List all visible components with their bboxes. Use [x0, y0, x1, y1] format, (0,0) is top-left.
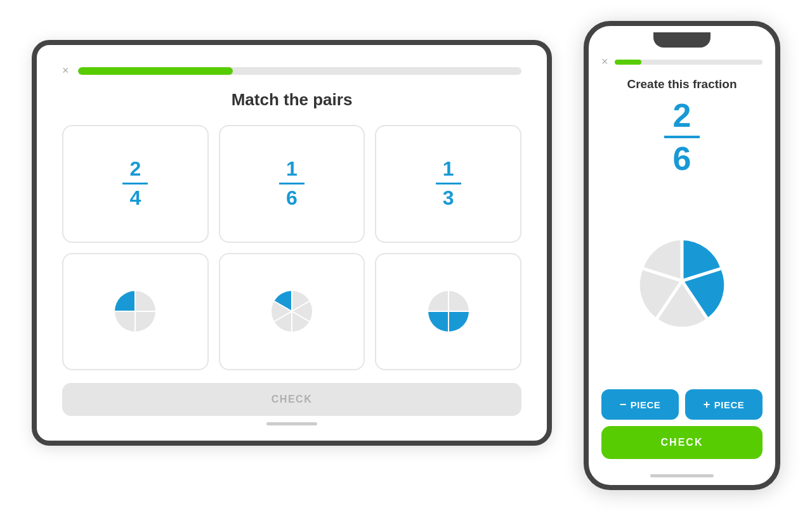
fraction-numerator: 2: [129, 158, 141, 180]
pie-chart-half: [423, 286, 474, 337]
tablet-close-button[interactable]: ×: [62, 64, 69, 77]
tablet-cards-grid: 2 4 1 6 1 3: [62, 125, 521, 370]
phone-notch-bar: [589, 26, 775, 48]
fraction-numerator: 1: [286, 158, 298, 180]
tablet-progress-bar-bg: [78, 67, 521, 75]
tablet-device: × Match the pairs 2 4 1 6: [32, 40, 552, 446]
phone-fraction-display: 2 6: [601, 99, 763, 175]
tablet-card-pie-1[interactable]: [62, 253, 209, 371]
pie-chart-sixth: [266, 286, 317, 337]
phone-fraction-line: [664, 136, 700, 138]
phone-title: Create this fraction: [601, 77, 763, 91]
phone-top-bar: ×: [601, 55, 763, 68]
phone-fraction-numerator: 2: [673, 99, 691, 132]
fraction-denominator: 6: [286, 187, 298, 209]
minus-piece-label: PIECE: [631, 399, 661, 410]
phone-fraction-denominator: 6: [673, 142, 691, 175]
phone-check-button[interactable]: CHECK: [601, 426, 763, 459]
tablet-progress-bar-fill: [78, 67, 233, 75]
phone-home-indicator: [650, 474, 714, 477]
fraction-denominator: 4: [129, 187, 141, 209]
phone-progress-bar-bg: [615, 60, 763, 65]
pie-chart-quarter: [110, 286, 160, 337]
phone-pie-chart: [631, 230, 733, 332]
tablet-title: Match the pairs: [62, 90, 521, 110]
fraction-1-3: 1 3: [436, 158, 461, 209]
fraction-1-6: 1 6: [279, 158, 304, 209]
tablet-card-pie-3[interactable]: [375, 253, 521, 371]
tablet-top-bar: ×: [62, 64, 521, 77]
phone-notch: [653, 32, 710, 48]
fraction-2-4: 2 4: [122, 158, 148, 209]
fraction-line: [436, 183, 461, 184]
phone-content: × Create this fraction 2 6: [589, 50, 775, 469]
phone-close-button[interactable]: ×: [601, 55, 608, 68]
tablet-card-fraction-3[interactable]: 1 3: [375, 125, 521, 243]
phone-plus-piece-button[interactable]: + PIECE: [685, 389, 763, 420]
fraction-denominator: 3: [443, 187, 454, 209]
phone-device: × Create this fraction 2 6: [584, 21, 780, 490]
tablet-bottom-bar: [62, 422, 521, 425]
phone-minus-piece-button[interactable]: − PIECE: [601, 389, 679, 420]
tablet-check-button[interactable]: CHECK: [62, 383, 521, 416]
phone-home-bar: [589, 469, 775, 485]
phone-pie-area: [601, 186, 763, 375]
plus-piece-label: PIECE: [714, 399, 745, 410]
fraction-numerator: 1: [443, 158, 454, 180]
tablet-card-pie-2[interactable]: [219, 253, 365, 371]
fraction-line: [279, 183, 304, 184]
minus-icon: −: [620, 398, 627, 411]
fraction-line: [122, 183, 148, 184]
tablet-home-indicator: [266, 422, 317, 425]
plus-icon: +: [704, 398, 710, 411]
tablet-card-fraction-2[interactable]: 1 6: [219, 125, 365, 243]
phone-progress-bar-fill: [615, 60, 641, 65]
phone-piece-buttons-row: − PIECE + PIECE: [601, 389, 763, 420]
tablet-card-fraction-1[interactable]: 2 4: [62, 125, 209, 243]
